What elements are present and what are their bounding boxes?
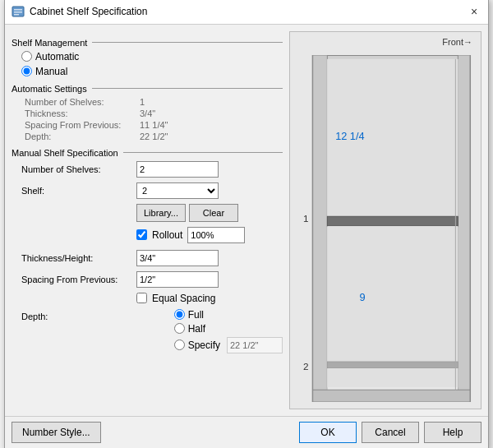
auto-thickness-value: 3/4"	[140, 109, 155, 118]
depth-half-radio[interactable]	[174, 323, 185, 334]
depth-specify-label[interactable]: Specify	[188, 339, 220, 351]
number-style-button[interactable]: Number Style...	[12, 422, 101, 443]
shelf-row: Shelf: 2 1	[12, 182, 283, 199]
auto-num-shelves-row: Number of Shelves: 1	[25, 97, 283, 107]
thickness-input[interactable]	[136, 250, 219, 266]
auto-settings-header: Automatic Settings	[12, 84, 283, 94]
depth-half-label[interactable]: Half	[188, 323, 205, 335]
svg-rect-12	[327, 361, 458, 367]
shelf-label: Shelf:	[21, 186, 136, 196]
svg-text:2: 2	[303, 360, 309, 371]
auto-num-shelves-value: 1	[140, 97, 145, 107]
cancel-button[interactable]: Cancel	[362, 422, 419, 443]
auto-spacing-label: Spacing From Previous:	[25, 120, 140, 130]
auto-settings-panel: Number of Shelves: 1 Thickness: 3/4" Spa…	[12, 97, 283, 141]
svg-rect-6	[458, 55, 470, 402]
svg-rect-9	[327, 216, 458, 226]
front-label: Front→	[442, 37, 472, 47]
library-clear-row: Library... Clear	[12, 204, 283, 222]
cabinet-svg: 12 1/4 9 1 2	[297, 55, 474, 402]
rollout-input[interactable]	[187, 227, 245, 243]
auto-depth-label: Depth:	[25, 132, 140, 141]
svg-text:12 1/4: 12 1/4	[335, 130, 364, 142]
manual-label[interactable]: Manual	[35, 66, 67, 77]
manual-row: Manual	[21, 66, 283, 77]
depth-specify-radio[interactable]	[174, 339, 185, 350]
thickness-row: Thickness/Height:	[12, 250, 283, 266]
svg-text:9: 9	[360, 291, 366, 303]
auto-spacing-row: Spacing From Previous: 11 1/4"	[25, 120, 283, 130]
dialog-window: Cabinet Shelf Specification × Shelf Mana…	[4, 0, 489, 448]
title-bar-left: Cabinet Shelf Specification	[12, 5, 147, 18]
auto-thickness-row: Thickness: 3/4"	[25, 109, 283, 118]
shelf-management-header: Shelf Management	[12, 38, 283, 48]
ok-button[interactable]: OK	[299, 422, 357, 443]
svg-rect-2	[14, 12, 22, 13]
automatic-radio[interactable]	[21, 51, 32, 62]
depth-section: Depth: Full Half Specify	[12, 309, 283, 356]
footer-right: OK Cancel Help	[299, 422, 481, 443]
auto-depth-row: Depth: 22 1/2"	[25, 132, 283, 141]
dialog-title: Cabinet Shelf Specification	[30, 6, 147, 17]
dialog-body: Shelf Management Automatic Manual Automa…	[5, 25, 488, 416]
svg-rect-3	[14, 14, 19, 16]
library-button[interactable]: Library...	[136, 204, 186, 222]
rollout-checkbox[interactable]	[136, 229, 147, 240]
shelf-management-group: Automatic Manual	[12, 51, 283, 77]
title-bar: Cabinet Shelf Specification ×	[5, 0, 488, 25]
depth-full-row: Full	[174, 309, 283, 321]
shelf-select[interactable]: 2 1	[136, 182, 219, 199]
depth-specify-row: Specify	[174, 337, 283, 353]
rollout-label[interactable]: Rollout	[152, 229, 182, 241]
footer-left: Number Style...	[12, 422, 101, 443]
left-panel: Shelf Management Automatic Manual Automa…	[12, 31, 283, 409]
num-shelves-input[interactable]	[136, 161, 219, 178]
svg-rect-11	[313, 390, 470, 402]
depth-half-row: Half	[174, 323, 283, 335]
equal-spacing-label[interactable]: Equal Spacing	[152, 293, 215, 304]
equal-spacing-checkbox[interactable]	[136, 293, 147, 303]
auto-num-shelves-label: Number of Shelves:	[25, 97, 140, 107]
spacing-input[interactable]	[136, 271, 219, 288]
auto-thickness-label: Thickness:	[25, 109, 140, 118]
right-panel: Front→	[289, 31, 481, 409]
thickness-label: Thickness/Height:	[21, 253, 136, 263]
rollout-row: Rollout	[12, 227, 283, 243]
clear-button[interactable]: Clear	[189, 204, 238, 222]
depth-full-radio[interactable]	[174, 309, 185, 320]
num-shelves-label: Number of Shelves:	[21, 164, 136, 174]
help-button[interactable]: Help	[424, 422, 481, 443]
depth-full-label[interactable]: Full	[188, 309, 204, 321]
equal-spacing-row: Equal Spacing	[12, 293, 283, 304]
dialog-icon	[12, 5, 25, 18]
spacing-row: Spacing From Previous:	[12, 271, 283, 288]
dialog-footer: Number Style... OK Cancel Help	[5, 416, 488, 449]
close-button[interactable]: ×	[467, 4, 481, 19]
svg-rect-1	[14, 9, 22, 11]
spacing-label: Spacing From Previous:	[21, 275, 136, 284]
automatic-label[interactable]: Automatic	[35, 51, 79, 62]
auto-spacing-value: 11 1/4"	[140, 120, 168, 130]
svg-rect-5	[313, 55, 328, 402]
svg-text:1: 1	[303, 213, 309, 224]
num-shelves-row: Number of Shelves:	[12, 161, 283, 178]
manual-spec-header: Manual Shelf Specification	[12, 148, 283, 158]
depth-group: Full Half Specify	[49, 309, 283, 356]
cabinet-diagram: Front→	[290, 32, 481, 409]
auto-depth-value: 22 1/2"	[140, 132, 168, 141]
depth-label: Depth:	[12, 309, 49, 321]
manual-radio[interactable]	[21, 66, 32, 76]
specify-input[interactable]	[227, 337, 283, 353]
automatic-row: Automatic	[21, 51, 283, 62]
